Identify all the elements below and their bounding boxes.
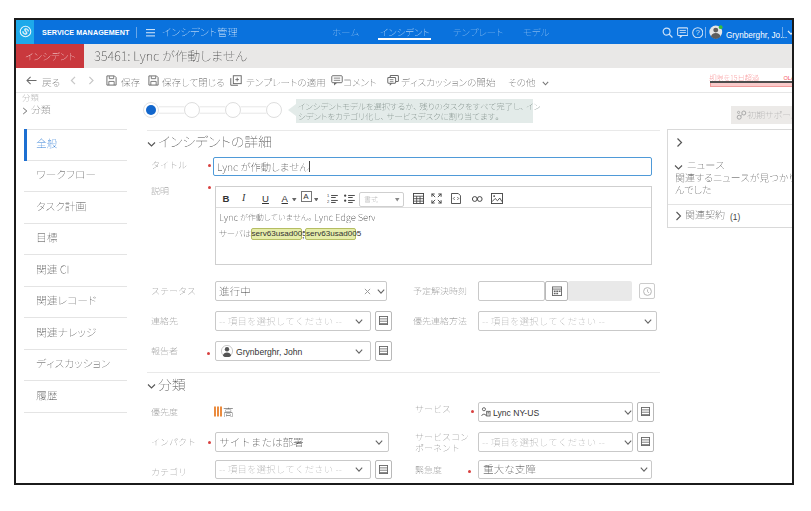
svg-text:1: 1 <box>327 193 330 198</box>
svg-text:?: ? <box>695 28 700 37</box>
svg-text:2: 2 <box>327 199 330 204</box>
